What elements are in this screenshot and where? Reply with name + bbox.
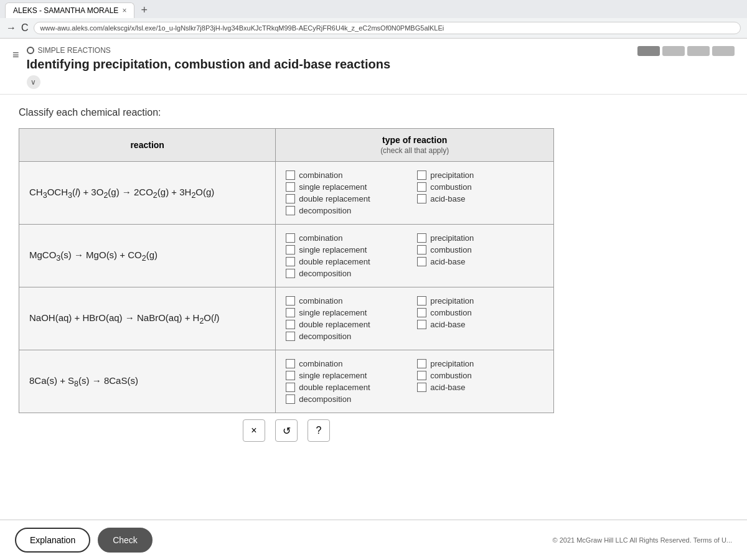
option-double-replacement-4[interactable]: double replacement [286, 383, 412, 392]
checkbox-decomposition-4[interactable] [286, 394, 295, 404]
option-combination-1[interactable]: combination [286, 170, 412, 180]
checkbox-combustion-1[interactable] [417, 182, 426, 192]
option-acid-base-3[interactable]: acid-base [417, 320, 543, 329]
col-type-header: type of reaction (check all that apply) [276, 129, 554, 162]
back-button[interactable]: → [6, 22, 16, 34]
table-row: CH3OCH3(l) + 3O2(g) → 2CO2(g) + 3H2O(g) … [19, 162, 554, 225]
new-tab-button[interactable]: + [137, 4, 151, 17]
options-cell-4: combination precipitation single replace… [276, 350, 554, 413]
explanation-button[interactable]: Explanation [15, 528, 90, 553]
option-combustion-4[interactable]: combustion [417, 371, 543, 380]
checkbox-acid-base-1[interactable] [417, 194, 426, 203]
reaction-cell-3: NaOH(aq) + HBrO(aq) → NaBrO(aq) + H2O(l) [19, 287, 276, 350]
radio-dot-icon [27, 47, 34, 54]
checkbox-precipitation-2[interactable] [417, 233, 426, 243]
option-single-replacement-1[interactable]: single replacement [286, 182, 412, 192]
option-decomposition-3[interactable]: decomposition [286, 332, 412, 341]
close-action-button[interactable]: × [243, 419, 265, 442]
reaction-cell-2: MgCO3(s) → MgO(s) + CO2(g) [19, 225, 276, 287]
options-cell-3: combination precipitation single replace… [276, 287, 554, 350]
check-button[interactable]: Check [98, 528, 153, 553]
progress-seg-3 [687, 46, 710, 56]
option-decomposition-1[interactable]: decomposition [286, 206, 412, 215]
checkbox-double-replacement-4[interactable] [286, 383, 295, 392]
table-row: NaOH(aq) + HBrO(aq) → NaBrO(aq) + H2O(l)… [19, 287, 554, 350]
option-decomposition-4[interactable]: decomposition [286, 394, 412, 404]
checkbox-decomposition-3[interactable] [286, 332, 295, 341]
instruction-label: Classify each chemical reaction: [19, 107, 728, 118]
checkbox-combustion-4[interactable] [417, 371, 426, 380]
option-precipitation-1[interactable]: precipitation [417, 170, 543, 180]
page-title: Identifying precipitation, combustion an… [27, 57, 391, 72]
option-precipitation-2[interactable]: precipitation [417, 233, 543, 243]
option-precipitation-3[interactable]: precipitation [417, 296, 543, 306]
options-cell-1: combination precipitation single replace… [276, 162, 554, 225]
table-row: MgCO3(s) → MgO(s) + CO2(g) combination p… [19, 225, 554, 287]
checkbox-single-replacement-1[interactable] [286, 182, 295, 192]
checkbox-double-replacement-2[interactable] [286, 257, 295, 266]
checkbox-combination-2[interactable] [286, 233, 295, 243]
option-combination-3[interactable]: combination [286, 296, 412, 306]
options-cell-2: combination precipitation single replace… [276, 225, 554, 287]
checkbox-combination-3[interactable] [286, 296, 295, 306]
progress-bar [637, 46, 735, 56]
checkbox-combustion-2[interactable] [417, 245, 426, 254]
reaction-table: reaction type of reaction (check all tha… [19, 128, 554, 413]
checkbox-precipitation-4[interactable] [417, 359, 426, 368]
checkbox-combination-4[interactable] [286, 359, 295, 368]
undo-action-button[interactable]: ↺ [275, 419, 298, 442]
checkbox-single-replacement-4[interactable] [286, 371, 295, 380]
checkbox-combination-1[interactable] [286, 170, 295, 180]
section-label: SIMPLE REACTIONS [38, 46, 111, 55]
checkbox-double-replacement-3[interactable] [286, 320, 295, 329]
reaction-cell-4: 8Ca(s) + S8(s) → 8CaS(s) [19, 350, 276, 413]
checkbox-acid-base-3[interactable] [417, 320, 426, 329]
option-double-replacement-3[interactable]: double replacement [286, 320, 412, 329]
checkbox-double-replacement-1[interactable] [286, 194, 295, 203]
option-combination-4[interactable]: combination [286, 359, 412, 368]
help-action-button[interactable]: ? [308, 419, 330, 442]
checkbox-single-replacement-3[interactable] [286, 308, 295, 317]
checkbox-decomposition-2[interactable] [286, 269, 295, 278]
option-acid-base-1[interactable]: acid-base [417, 194, 543, 203]
table-action-buttons: × ↺ ? [19, 419, 554, 442]
checkbox-combustion-3[interactable] [417, 308, 426, 317]
browser-tab[interactable]: ALEKS - SAMANTHA MORALE × [5, 2, 134, 18]
option-single-replacement-3[interactable]: single replacement [286, 308, 412, 317]
option-combination-2[interactable]: combination [286, 233, 412, 243]
option-single-replacement-4[interactable]: single replacement [286, 371, 412, 380]
url-bar[interactable]: www-awu.aleks.com/alekscgi/x/lsl.exe/1o_… [34, 22, 741, 34]
progress-seg-4 [712, 46, 735, 56]
option-decomposition-2[interactable]: decomposition [286, 269, 412, 278]
option-combustion-3[interactable]: combustion [417, 308, 543, 317]
checkbox-decomposition-1[interactable] [286, 206, 295, 215]
col-reaction-header: reaction [19, 129, 276, 162]
option-single-replacement-2[interactable]: single replacement [286, 245, 412, 254]
checkbox-precipitation-3[interactable] [417, 296, 426, 306]
menu-icon[interactable]: ≡ [12, 49, 19, 62]
option-double-replacement-2[interactable]: double replacement [286, 257, 412, 266]
chevron-down-icon[interactable]: ∨ [27, 75, 40, 89]
checkbox-single-replacement-2[interactable] [286, 245, 295, 254]
option-acid-base-2[interactable]: acid-base [417, 257, 543, 266]
refresh-button[interactable]: C [21, 22, 29, 34]
checkbox-acid-base-4[interactable] [417, 383, 426, 392]
option-acid-base-4[interactable]: acid-base [417, 383, 543, 392]
checkbox-precipitation-1[interactable] [417, 170, 426, 180]
checkbox-acid-base-2[interactable] [417, 257, 426, 266]
progress-seg-1 [637, 46, 660, 56]
option-combustion-2[interactable]: combustion [417, 245, 543, 254]
copyright-text: © 2021 McGraw Hill LLC All Rights Reserv… [553, 536, 733, 544]
option-combustion-1[interactable]: combustion [417, 182, 543, 192]
reaction-cell-1: CH3OCH3(l) + 3O2(g) → 2CO2(g) + 3H2O(g) [19, 162, 276, 225]
tab-label: ALEKS - SAMANTHA MORALE [13, 6, 118, 15]
option-precipitation-4[interactable]: precipitation [417, 359, 543, 368]
table-row: 8Ca(s) + S8(s) → 8CaS(s) combination pre… [19, 350, 554, 413]
progress-seg-2 [662, 46, 685, 56]
option-double-replacement-1[interactable]: double replacement [286, 194, 412, 203]
bottom-bar: Explanation Check © 2021 McGraw Hill LLC… [0, 520, 747, 560]
tab-close-button[interactable]: × [122, 6, 126, 15]
